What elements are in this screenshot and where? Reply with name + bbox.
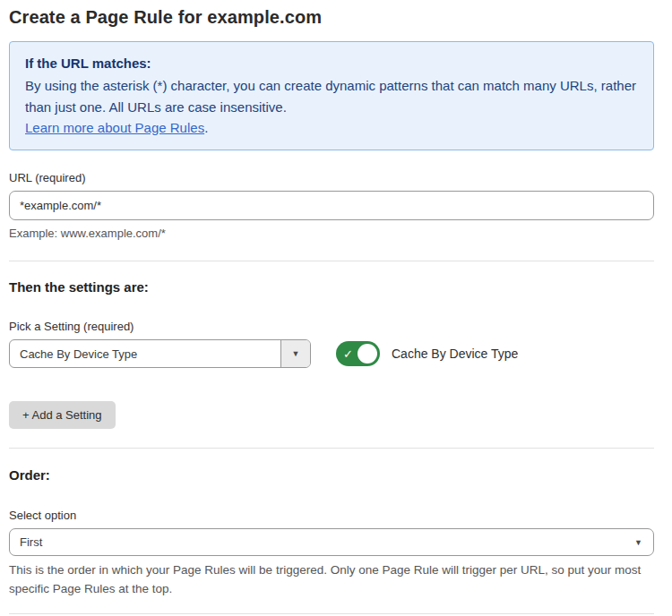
- add-setting-button[interactable]: + Add a Setting: [9, 401, 116, 429]
- url-input[interactable]: [9, 191, 654, 220]
- url-field-label: URL (required): [9, 171, 654, 184]
- setting-row: Cache By Device Type ▼ ✓ Cache By Device…: [9, 339, 654, 368]
- learn-more-link[interactable]: Learn more about Page Rules: [25, 120, 204, 135]
- check-icon: ✓: [343, 348, 353, 360]
- toggle-knob: [358, 344, 377, 364]
- toggle-label: Cache By Device Type: [392, 346, 518, 361]
- setting-select[interactable]: Cache By Device Type ▼: [9, 339, 311, 368]
- setting-toggle-wrap: ✓ Cache By Device Type: [336, 341, 518, 366]
- url-field-block: URL (required) Example: www.example.com/…: [9, 171, 654, 240]
- setting-select-arrow-button[interactable]: ▼: [280, 340, 310, 367]
- page-title: Create a Page Rule for example.com: [9, 7, 654, 28]
- pick-setting-label: Pick a Setting (required): [9, 320, 654, 333]
- order-select-label: Select option: [9, 509, 654, 522]
- settings-section: Then the settings are: Pick a Setting (r…: [9, 279, 654, 429]
- info-box-link-line: Learn more about Page Rules.: [25, 117, 638, 138]
- order-select[interactable]: First ▼: [9, 528, 654, 556]
- divider: [9, 448, 654, 449]
- info-box-heading: If the URL matches:: [25, 53, 638, 73]
- caret-down-icon: ▼: [292, 350, 300, 358]
- link-period: .: [204, 120, 208, 135]
- cache-device-toggle[interactable]: ✓: [336, 341, 380, 366]
- divider: [9, 261, 654, 261]
- order-section: Order: Select option First ▼ This is the…: [9, 467, 654, 599]
- order-select-value: First: [20, 535, 42, 549]
- page-rule-form: Create a Page Rule for example.com If th…: [9, 0, 654, 616]
- order-helper-text: This is the order in which your Page Rul…: [9, 561, 650, 599]
- caret-down-icon: ▼: [634, 538, 642, 546]
- url-match-info-box: If the URL matches: By using the asteris…: [9, 41, 654, 150]
- info-box-body: By using the asterisk (*) character, you…: [25, 75, 638, 117]
- divider: [9, 613, 654, 614]
- url-example-helper: Example: www.example.com/*: [9, 227, 654, 240]
- settings-heading: Then the settings are:: [9, 279, 654, 295]
- setting-select-value: Cache By Device Type: [10, 340, 280, 367]
- order-heading: Order:: [9, 467, 654, 483]
